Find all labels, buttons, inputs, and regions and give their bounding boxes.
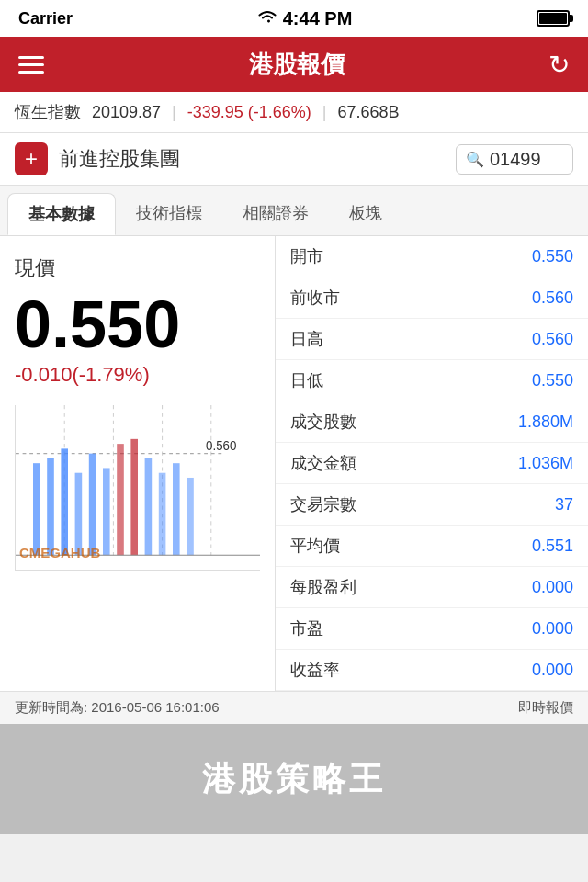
- data-label-0: 開市: [290, 245, 323, 267]
- stock-name: 前進控股集團: [59, 145, 445, 173]
- data-row: 每股盈利 0.000: [276, 567, 588, 608]
- data-row: 成交金額 1.036M: [276, 443, 588, 484]
- tab-related-label: 相關證券: [243, 204, 309, 222]
- current-price-label: 現價: [15, 254, 260, 282]
- watermark-label: CMEGAHUB: [19, 545, 100, 560]
- svg-rect-15: [159, 473, 166, 556]
- data-label-9: 市盈: [290, 617, 323, 639]
- banner-text: 港股策略王: [202, 757, 386, 802]
- data-value-4: 1.880M: [518, 413, 573, 432]
- svg-rect-7: [47, 458, 54, 555]
- data-value-1: 0.560: [532, 288, 573, 308]
- realtime-label: 即時報價: [518, 699, 573, 717]
- data-value-7: 0.551: [532, 537, 573, 556]
- data-row: 日低 0.550: [276, 360, 588, 401]
- hsi-volume: 67.668B: [338, 103, 400, 122]
- data-value-2: 0.560: [532, 330, 573, 349]
- tab-technical[interactable]: 技術指標: [116, 193, 222, 235]
- carrier-label: Carrier: [18, 9, 73, 28]
- data-row: 日高 0.560: [276, 319, 588, 360]
- data-row: 交易宗數 37: [276, 484, 588, 526]
- price-change: -0.010(-1.79%): [15, 363, 260, 387]
- data-label-8: 每股盈利: [290, 576, 356, 598]
- nav-bar: 港股報價 ↻: [0, 37, 588, 92]
- search-input[interactable]: [490, 149, 563, 170]
- data-value-8: 0.000: [532, 578, 573, 597]
- data-value-9: 0.000: [532, 619, 573, 639]
- data-row: 收益率 0.000: [276, 650, 588, 691]
- data-label-1: 前收市: [290, 287, 340, 309]
- tab-related[interactable]: 相關證券: [222, 193, 329, 235]
- data-label-2: 日高: [290, 328, 323, 350]
- data-value-0: 0.550: [532, 247, 573, 266]
- data-row: 開市 0.550: [276, 236, 588, 277]
- svg-rect-9: [75, 473, 83, 556]
- svg-rect-11: [103, 468, 110, 555]
- data-label-3: 日低: [290, 369, 323, 391]
- data-value-3: 0.550: [532, 371, 573, 390]
- search-bar: + 前進控股集團 🔍: [0, 133, 588, 186]
- svg-rect-8: [61, 448, 68, 555]
- svg-rect-16: [173, 463, 180, 555]
- svg-rect-10: [89, 454, 96, 556]
- main-content: 現價 0.550 -0.010(-1.79%): [0, 236, 588, 691]
- search-input-box[interactable]: 🔍: [456, 144, 573, 175]
- svg-rect-12: [117, 444, 124, 555]
- status-bar: Carrier 4:44 PM: [0, 0, 588, 37]
- refresh-icon[interactable]: ↻: [548, 50, 570, 80]
- svg-text:0.560: 0.560: [206, 438, 236, 454]
- data-label-4: 成交股數: [290, 411, 356, 433]
- battery-icon: [537, 10, 570, 27]
- data-row: 前收市 0.560: [276, 277, 588, 319]
- svg-rect-17: [187, 478, 194, 555]
- tab-sector-label: 板塊: [349, 204, 382, 222]
- data-row: 成交股數 1.880M: [276, 401, 588, 443]
- mini-chart-wrapper: 0.560 CMEGAHUB: [15, 405, 260, 571]
- tab-technical-label: 技術指標: [136, 204, 202, 222]
- status-footer: 更新時間為: 2016-05-06 16:01:06 即時報價: [0, 691, 588, 724]
- data-rows-container: 開市 0.550 前收市 0.560 日高 0.560 日低 0.550 成交股…: [276, 236, 588, 691]
- status-right-icons: [537, 10, 570, 27]
- data-value-6: 37: [555, 495, 573, 514]
- tab-sector[interactable]: 板塊: [329, 193, 402, 235]
- data-label-10: 收益率: [290, 659, 340, 681]
- data-value-10: 0.000: [532, 661, 573, 680]
- current-price-value: 0.550: [15, 291, 260, 357]
- hsi-value: 20109.87: [92, 103, 161, 122]
- search-icon: 🔍: [466, 151, 484, 168]
- data-value-5: 1.036M: [518, 454, 573, 473]
- update-time: 更新時間為: 2016-05-06 16:01:06: [15, 699, 220, 717]
- data-label-6: 交易宗數: [290, 493, 356, 515]
- add-button[interactable]: +: [15, 142, 48, 175]
- tab-basic-data-label: 基本數據: [28, 205, 95, 223]
- svg-rect-14: [145, 458, 153, 555]
- data-row: 市盈 0.000: [276, 608, 588, 650]
- data-label-7: 平均價: [290, 535, 340, 557]
- right-panel: 開市 0.550 前收市 0.560 日高 0.560 日低 0.550 成交股…: [276, 236, 588, 691]
- svg-rect-6: [33, 463, 40, 555]
- bottom-banner: 港股策略王: [0, 724, 588, 834]
- mini-chart: 0.560 CMEGAHUB: [15, 405, 260, 571]
- tabs-bar: 基本數據 技術指標 相關證券 板塊: [0, 186, 588, 236]
- left-panel: 現價 0.550 -0.010(-1.79%): [0, 236, 276, 691]
- wifi-icon: [257, 9, 277, 28]
- plus-icon: +: [25, 146, 38, 172]
- tab-basic-data[interactable]: 基本數據: [7, 193, 116, 235]
- nav-title: 港股報價: [249, 49, 345, 81]
- svg-rect-13: [130, 439, 138, 555]
- menu-icon[interactable]: [18, 56, 44, 74]
- data-label-5: 成交金額: [290, 452, 356, 474]
- data-row: 平均價 0.551: [276, 526, 588, 567]
- hsi-bar: 恆生指數 20109.87 | -339.95 (-1.66%) | 67.66…: [0, 92, 588, 133]
- time-label: 4:44 PM: [283, 8, 353, 29]
- hsi-label: 恆生指數: [15, 101, 81, 123]
- hsi-change: -339.95 (-1.66%): [187, 103, 311, 122]
